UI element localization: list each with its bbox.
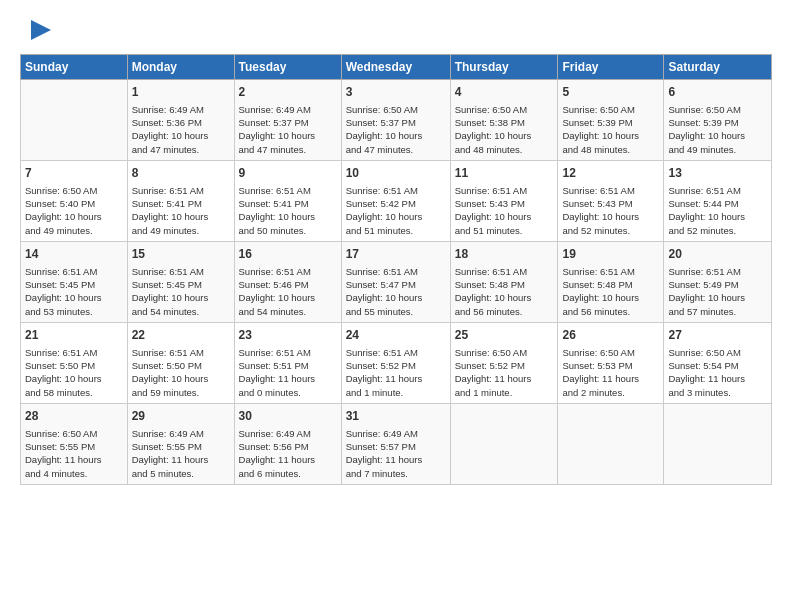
col-header-tuesday: Tuesday bbox=[234, 55, 341, 80]
day-number: 3 bbox=[346, 84, 446, 101]
day-number: 19 bbox=[562, 246, 659, 263]
week-row-4: 28Sunrise: 6:50 AM Sunset: 5:55 PM Dayli… bbox=[21, 403, 772, 484]
day-number: 28 bbox=[25, 408, 123, 425]
day-info: Sunrise: 6:51 AM Sunset: 5:43 PM Dayligh… bbox=[455, 184, 554, 237]
col-header-saturday: Saturday bbox=[664, 55, 772, 80]
day-number: 16 bbox=[239, 246, 337, 263]
day-number: 24 bbox=[346, 327, 446, 344]
day-number: 6 bbox=[668, 84, 767, 101]
calendar-cell: 10Sunrise: 6:51 AM Sunset: 5:42 PM Dayli… bbox=[341, 160, 450, 241]
day-info: Sunrise: 6:51 AM Sunset: 5:50 PM Dayligh… bbox=[132, 346, 230, 399]
calendar-cell: 23Sunrise: 6:51 AM Sunset: 5:51 PM Dayli… bbox=[234, 322, 341, 403]
calendar-cell: 19Sunrise: 6:51 AM Sunset: 5:48 PM Dayli… bbox=[558, 241, 664, 322]
day-info: Sunrise: 6:51 AM Sunset: 5:41 PM Dayligh… bbox=[239, 184, 337, 237]
calendar-cell: 2Sunrise: 6:49 AM Sunset: 5:37 PM Daylig… bbox=[234, 80, 341, 161]
day-info: Sunrise: 6:50 AM Sunset: 5:55 PM Dayligh… bbox=[25, 427, 123, 480]
calendar-cell: 13Sunrise: 6:51 AM Sunset: 5:44 PM Dayli… bbox=[664, 160, 772, 241]
day-number: 23 bbox=[239, 327, 337, 344]
page: SundayMondayTuesdayWednesdayThursdayFrid… bbox=[0, 0, 792, 501]
calendar-cell: 1Sunrise: 6:49 AM Sunset: 5:36 PM Daylig… bbox=[127, 80, 234, 161]
calendar-cell: 16Sunrise: 6:51 AM Sunset: 5:46 PM Dayli… bbox=[234, 241, 341, 322]
calendar-cell: 6Sunrise: 6:50 AM Sunset: 5:39 PM Daylig… bbox=[664, 80, 772, 161]
week-row-3: 21Sunrise: 6:51 AM Sunset: 5:50 PM Dayli… bbox=[21, 322, 772, 403]
calendar-cell: 11Sunrise: 6:51 AM Sunset: 5:43 PM Dayli… bbox=[450, 160, 558, 241]
calendar-cell: 27Sunrise: 6:50 AM Sunset: 5:54 PM Dayli… bbox=[664, 322, 772, 403]
day-info: Sunrise: 6:49 AM Sunset: 5:37 PM Dayligh… bbox=[239, 103, 337, 156]
day-info: Sunrise: 6:51 AM Sunset: 5:49 PM Dayligh… bbox=[668, 265, 767, 318]
day-number: 7 bbox=[25, 165, 123, 182]
day-info: Sunrise: 6:51 AM Sunset: 5:50 PM Dayligh… bbox=[25, 346, 123, 399]
week-row-0: 1Sunrise: 6:49 AM Sunset: 5:36 PM Daylig… bbox=[21, 80, 772, 161]
calendar-cell: 15Sunrise: 6:51 AM Sunset: 5:45 PM Dayli… bbox=[127, 241, 234, 322]
day-number: 1 bbox=[132, 84, 230, 101]
day-info: Sunrise: 6:51 AM Sunset: 5:45 PM Dayligh… bbox=[132, 265, 230, 318]
week-row-2: 14Sunrise: 6:51 AM Sunset: 5:45 PM Dayli… bbox=[21, 241, 772, 322]
day-info: Sunrise: 6:51 AM Sunset: 5:48 PM Dayligh… bbox=[455, 265, 554, 318]
day-number: 9 bbox=[239, 165, 337, 182]
logo bbox=[20, 16, 51, 44]
day-number: 4 bbox=[455, 84, 554, 101]
day-info: Sunrise: 6:49 AM Sunset: 5:57 PM Dayligh… bbox=[346, 427, 446, 480]
day-number: 18 bbox=[455, 246, 554, 263]
calendar-cell: 18Sunrise: 6:51 AM Sunset: 5:48 PM Dayli… bbox=[450, 241, 558, 322]
calendar-cell bbox=[558, 403, 664, 484]
day-number: 11 bbox=[455, 165, 554, 182]
day-info: Sunrise: 6:51 AM Sunset: 5:52 PM Dayligh… bbox=[346, 346, 446, 399]
svg-marker-0 bbox=[31, 20, 51, 40]
logo-icon bbox=[23, 16, 51, 44]
day-info: Sunrise: 6:50 AM Sunset: 5:53 PM Dayligh… bbox=[562, 346, 659, 399]
day-number: 12 bbox=[562, 165, 659, 182]
calendar-cell bbox=[450, 403, 558, 484]
calendar-cell: 7Sunrise: 6:50 AM Sunset: 5:40 PM Daylig… bbox=[21, 160, 128, 241]
day-info: Sunrise: 6:51 AM Sunset: 5:51 PM Dayligh… bbox=[239, 346, 337, 399]
calendar-cell: 28Sunrise: 6:50 AM Sunset: 5:55 PM Dayli… bbox=[21, 403, 128, 484]
day-info: Sunrise: 6:50 AM Sunset: 5:54 PM Dayligh… bbox=[668, 346, 767, 399]
day-number: 31 bbox=[346, 408, 446, 425]
calendar-cell bbox=[21, 80, 128, 161]
calendar-cell: 5Sunrise: 6:50 AM Sunset: 5:39 PM Daylig… bbox=[558, 80, 664, 161]
day-number: 27 bbox=[668, 327, 767, 344]
calendar-cell: 3Sunrise: 6:50 AM Sunset: 5:37 PM Daylig… bbox=[341, 80, 450, 161]
day-number: 22 bbox=[132, 327, 230, 344]
week-row-1: 7Sunrise: 6:50 AM Sunset: 5:40 PM Daylig… bbox=[21, 160, 772, 241]
col-header-monday: Monday bbox=[127, 55, 234, 80]
calendar-cell bbox=[664, 403, 772, 484]
col-header-friday: Friday bbox=[558, 55, 664, 80]
calendar-cell: 12Sunrise: 6:51 AM Sunset: 5:43 PM Dayli… bbox=[558, 160, 664, 241]
day-info: Sunrise: 6:50 AM Sunset: 5:39 PM Dayligh… bbox=[562, 103, 659, 156]
header bbox=[20, 16, 772, 44]
calendar-cell: 25Sunrise: 6:50 AM Sunset: 5:52 PM Dayli… bbox=[450, 322, 558, 403]
calendar-table: SundayMondayTuesdayWednesdayThursdayFrid… bbox=[20, 54, 772, 485]
calendar-cell: 4Sunrise: 6:50 AM Sunset: 5:38 PM Daylig… bbox=[450, 80, 558, 161]
calendar-cell: 26Sunrise: 6:50 AM Sunset: 5:53 PM Dayli… bbox=[558, 322, 664, 403]
calendar-cell: 20Sunrise: 6:51 AM Sunset: 5:49 PM Dayli… bbox=[664, 241, 772, 322]
day-info: Sunrise: 6:51 AM Sunset: 5:43 PM Dayligh… bbox=[562, 184, 659, 237]
calendar-cell: 9Sunrise: 6:51 AM Sunset: 5:41 PM Daylig… bbox=[234, 160, 341, 241]
day-number: 10 bbox=[346, 165, 446, 182]
day-number: 14 bbox=[25, 246, 123, 263]
day-number: 21 bbox=[25, 327, 123, 344]
calendar-cell: 17Sunrise: 6:51 AM Sunset: 5:47 PM Dayli… bbox=[341, 241, 450, 322]
day-number: 17 bbox=[346, 246, 446, 263]
day-number: 20 bbox=[668, 246, 767, 263]
col-header-sunday: Sunday bbox=[21, 55, 128, 80]
header-row: SundayMondayTuesdayWednesdayThursdayFrid… bbox=[21, 55, 772, 80]
calendar-cell: 29Sunrise: 6:49 AM Sunset: 5:55 PM Dayli… bbox=[127, 403, 234, 484]
day-number: 13 bbox=[668, 165, 767, 182]
col-header-thursday: Thursday bbox=[450, 55, 558, 80]
day-number: 30 bbox=[239, 408, 337, 425]
calendar-cell: 22Sunrise: 6:51 AM Sunset: 5:50 PM Dayli… bbox=[127, 322, 234, 403]
calendar-cell: 8Sunrise: 6:51 AM Sunset: 5:41 PM Daylig… bbox=[127, 160, 234, 241]
col-header-wednesday: Wednesday bbox=[341, 55, 450, 80]
day-number: 29 bbox=[132, 408, 230, 425]
day-info: Sunrise: 6:51 AM Sunset: 5:47 PM Dayligh… bbox=[346, 265, 446, 318]
calendar-cell: 31Sunrise: 6:49 AM Sunset: 5:57 PM Dayli… bbox=[341, 403, 450, 484]
day-info: Sunrise: 6:51 AM Sunset: 5:48 PM Dayligh… bbox=[562, 265, 659, 318]
day-info: Sunrise: 6:50 AM Sunset: 5:40 PM Dayligh… bbox=[25, 184, 123, 237]
day-info: Sunrise: 6:51 AM Sunset: 5:45 PM Dayligh… bbox=[25, 265, 123, 318]
day-info: Sunrise: 6:49 AM Sunset: 5:56 PM Dayligh… bbox=[239, 427, 337, 480]
day-info: Sunrise: 6:50 AM Sunset: 5:52 PM Dayligh… bbox=[455, 346, 554, 399]
day-info: Sunrise: 6:50 AM Sunset: 5:38 PM Dayligh… bbox=[455, 103, 554, 156]
calendar-cell: 30Sunrise: 6:49 AM Sunset: 5:56 PM Dayli… bbox=[234, 403, 341, 484]
calendar-cell: 14Sunrise: 6:51 AM Sunset: 5:45 PM Dayli… bbox=[21, 241, 128, 322]
